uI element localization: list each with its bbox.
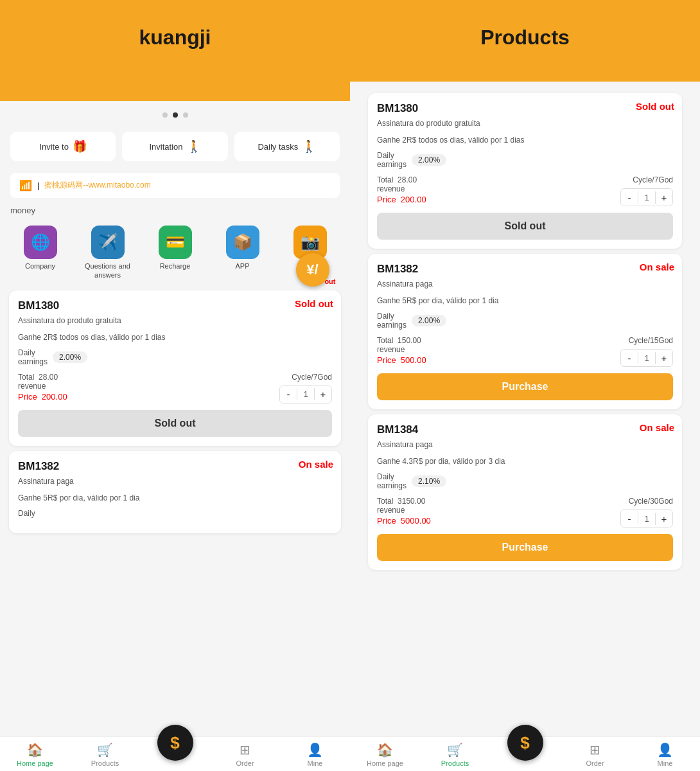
invitation-icon: 🚶: [187, 139, 201, 154]
dot-3: [183, 112, 188, 118]
app-icon: 📦: [226, 226, 259, 259]
right-qty-plus-3[interactable]: +: [656, 510, 672, 527]
right-detail-left-3: Total 3150.00 revenue Price 5000.00: [377, 497, 431, 526]
sold-btn-1[interactable]: Sold out: [18, 410, 332, 437]
right-total-row-3: Total 3150.00: [377, 497, 431, 506]
icon-vi[interactable]: 📸 Vi... ¥/ Sold out: [284, 226, 336, 280]
nav-order-right[interactable]: ⊞ Order: [560, 742, 630, 767]
total-row-1: Total 28.00: [18, 373, 67, 382]
right-purchase-btn-3[interactable]: Purchase: [377, 534, 673, 561]
nav-order-left[interactable]: ⊞ Order: [210, 742, 280, 767]
questions-icon: ✈️: [91, 226, 125, 259]
right-earnings-badge-2: 2.00%: [412, 315, 446, 326]
right-on-sale-badge-2: On sale: [640, 261, 674, 272]
invitation-button[interactable]: Invitation 🚶: [122, 132, 227, 161]
nav-mine-left[interactable]: 👤 Mine: [280, 742, 350, 767]
right-total-value-3: 3150.00: [398, 497, 425, 506]
fab-button-right[interactable]: $: [507, 725, 543, 761]
right-price-row-1: Price 200.00: [377, 195, 426, 204]
right-daily-row-3: Dailyearnings 2.10%: [377, 472, 673, 490]
right-total-label-3: Total: [377, 497, 393, 506]
right-total-label-1: Total: [377, 175, 393, 184]
right-on-sale-badge-3: On sale: [640, 422, 674, 433]
dot-1: [162, 112, 168, 118]
home-icon-right: 🏠: [377, 742, 393, 758]
icon-questions[interactable]: ✈️ Questions and answers: [82, 226, 134, 280]
right-qty-plus-2[interactable]: +: [656, 350, 672, 366]
right-product-desc2-3: Ganhe 4.3R$ por dia, válido por 3 dia: [377, 456, 673, 467]
right-daily-label-1: Dailyearnings: [377, 151, 407, 169]
nav-mine-right[interactable]: 👤 Mine: [630, 742, 700, 767]
right-product-details-1: Total 28.00 revenue Price 200.00 Cycle/7…: [377, 175, 673, 206]
right-revenue-label-1: revenue: [377, 184, 426, 193]
right-purchase-btn-2[interactable]: Purchase: [377, 373, 673, 400]
right-total-row-1: Total 28.00: [377, 175, 426, 184]
daily-label-2: Daily: [18, 509, 35, 518]
right-product-2: On sale BM1382 Assinatura paga Ganhe 5R$…: [368, 254, 682, 409]
qty-plus-1[interactable]: +: [315, 386, 331, 403]
right-daily-label-3: Dailyearnings: [377, 472, 407, 490]
right-total-value-1: 28.00: [398, 175, 417, 184]
right-qty-minus-3[interactable]: -: [621, 510, 638, 527]
qty-minus-1[interactable]: -: [280, 386, 297, 403]
questions-label: Questions and answers: [82, 261, 134, 280]
total-value-1: 28.00: [39, 373, 58, 382]
right-earnings-badge-3: 2.10%: [412, 475, 446, 487]
right-product-title-3: BM1384: [377, 423, 673, 436]
recharge-icon: 💳: [159, 226, 192, 259]
nav-homepage-right[interactable]: 🏠 Home page: [350, 742, 420, 767]
right-qty-plus-1[interactable]: +: [656, 189, 672, 206]
right-daily-row-1: Dailyearnings 2.00%: [377, 151, 673, 169]
right-detail-right-3: Cycle/30God - 1 +: [620, 497, 673, 527]
right-detail-left-2: Total 150.00 revenue Price 500.00: [377, 336, 426, 365]
invite-button[interactable]: Invite to 🎁: [10, 132, 116, 161]
invitation-label: Invitation: [149, 142, 182, 152]
right-qty-value-3: 1: [638, 513, 656, 525]
earnings-badge-1: 2.00%: [53, 351, 87, 363]
products-label-left: Products: [91, 759, 119, 767]
right-price-row-2: Price 500.00: [377, 355, 426, 365]
fab-button-left[interactable]: $: [157, 725, 193, 761]
right-price-value-2: 500.00: [401, 355, 426, 365]
invite-icon: 🎁: [73, 139, 87, 154]
right-qty-control-3: - 1 +: [620, 510, 673, 527]
right-product-desc2-2: Ganhe 5R$ por dia, válido por 1 dia: [377, 295, 673, 306]
right-phone: Products Sold out BM1380 Assinatura do p…: [350, 0, 700, 771]
mine-label-left: Mine: [308, 759, 323, 767]
separator: |: [37, 181, 39, 190]
right-sold-btn-1[interactable]: Sold out: [377, 213, 673, 240]
right-product-desc1-3: Assinatura paga: [377, 439, 673, 450]
mine-label-right: Mine: [658, 759, 673, 767]
icon-company[interactable]: 🌐 Company: [15, 226, 66, 280]
nav-products-right[interactable]: 🛒 Products: [420, 742, 490, 767]
sold-badge-1: Sold out: [295, 298, 333, 309]
left-bottom-nav: 🏠 Home page 🛒 Products $ ⊞ Order 👤 Mine: [0, 736, 350, 771]
right-qty-minus-2[interactable]: -: [621, 350, 638, 366]
right-detail-left-1: Total 28.00 revenue Price 200.00: [377, 175, 426, 204]
left-title: kuangji: [13, 26, 337, 49]
invite-label: Invite to: [39, 142, 69, 152]
right-cycle-label-1: Cycle/7God: [633, 175, 673, 184]
right-earnings-badge-1: 2.00%: [412, 154, 446, 166]
right-revenue-label-2: revenue: [377, 345, 426, 354]
right-cycle-label-3: Cycle/30God: [629, 497, 673, 506]
order-label-right: Order: [586, 759, 604, 767]
icon-recharge[interactable]: 💳 Recharge: [150, 226, 201, 280]
icon-app[interactable]: 📦 APP: [217, 226, 268, 280]
nav-products-left[interactable]: 🛒 Products: [70, 742, 140, 767]
nav-homepage-left[interactable]: 🏠 Home page: [0, 742, 70, 767]
home-icon-left: 🏠: [27, 742, 43, 758]
nav-fab-left: $: [140, 742, 210, 767]
right-qty-value-2: 1: [638, 352, 656, 364]
right-product-1: Sold out BM1380 Assinatura do produto gr…: [368, 93, 682, 249]
right-product-title-2: BM1382: [377, 263, 673, 276]
right-qty-minus-1[interactable]: -: [621, 189, 638, 206]
price-row-1: Price 200.00: [18, 392, 67, 402]
daily-row-1: Dailyearnings 2.00%: [18, 348, 332, 366]
daily-tasks-button[interactable]: Daily tasks 🚶: [234, 132, 340, 161]
right-qty-control-1: - 1 +: [620, 188, 673, 206]
dot-2: [173, 112, 178, 118]
recharge-label: Recharge: [160, 261, 191, 270]
daily-label-1: Dailyearnings: [18, 348, 48, 366]
right-qty-control-2: - 1 +: [620, 349, 673, 367]
